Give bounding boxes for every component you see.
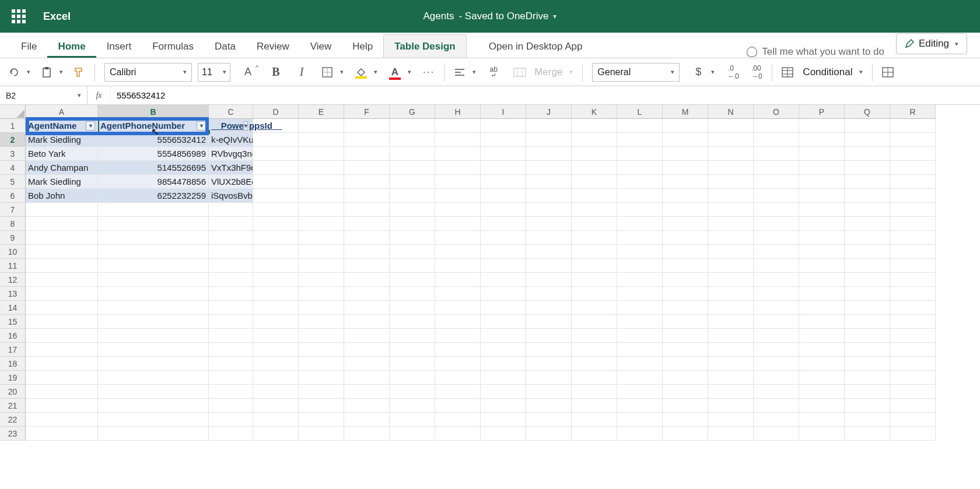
cell[interactable] [799,329,845,343]
cell[interactable] [708,301,754,315]
cell[interactable] [481,315,526,329]
chevron-down-icon[interactable]: ▾ [374,68,377,76]
cell[interactable] [390,329,435,343]
cell[interactable] [209,371,253,385]
select-all-corner[interactable] [0,105,26,119]
cell[interactable] [526,301,572,315]
row-header[interactable]: 20 [0,385,26,399]
cell[interactable] [845,287,890,301]
cell[interactable] [390,287,435,301]
cell[interactable] [435,273,481,287]
cell[interactable] [98,273,209,287]
cell[interactable] [754,133,799,147]
cell[interactable]: AgentPhoneNumber▾ [98,119,209,133]
cell[interactable] [617,371,663,385]
cell[interactable] [26,315,98,329]
col-header[interactable]: P [799,105,845,119]
col-header[interactable]: H [435,105,481,119]
cell[interactable] [390,119,435,133]
cell[interactable] [799,161,845,175]
cell[interactable] [663,343,708,357]
row-header[interactable]: 9 [0,231,26,245]
chevron-down-icon[interactable]: ▾ [408,68,411,76]
cell[interactable] [435,231,481,245]
cell[interactable] [890,273,936,287]
cell[interactable] [617,259,663,273]
cell[interactable] [253,385,299,399]
row-header[interactable]: 19 [0,371,26,385]
cell[interactable] [390,357,435,371]
cell[interactable] [435,357,481,371]
cell[interactable] [344,273,390,287]
cell[interactable] [344,161,390,175]
cell[interactable] [890,147,936,161]
app-launcher-icon[interactable] [12,9,26,23]
cell[interactable] [26,329,98,343]
cell[interactable] [799,413,845,427]
cell[interactable] [663,245,708,259]
cell[interactable] [390,175,435,189]
editing-mode-button[interactable]: Editing ▾ [896,33,967,54]
cell[interactable] [26,245,98,259]
cell[interactable] [435,161,481,175]
cell[interactable] [299,399,344,413]
cell[interactable] [98,203,209,217]
cell[interactable] [572,343,617,357]
cell[interactable] [299,161,344,175]
cell[interactable] [98,287,209,301]
cell[interactable] [98,301,209,315]
cell[interactable]: VlUX2b8EeSk [209,175,253,189]
fill-color-button[interactable] [355,68,367,77]
cell[interactable] [663,119,708,133]
cell[interactable] [299,371,344,385]
cell[interactable] [253,189,299,203]
cell[interactable] [754,273,799,287]
cell[interactable] [253,371,299,385]
cell[interactable] [617,231,663,245]
cell[interactable] [209,343,253,357]
cell[interactable] [253,133,299,147]
cell[interactable] [481,245,526,259]
cell[interactable] [526,133,572,147]
cell[interactable] [663,371,708,385]
cell[interactable] [663,147,708,161]
cell[interactable] [299,315,344,329]
col-header[interactable]: B [98,105,209,119]
row-header[interactable]: 3 [0,147,26,161]
cell[interactable] [344,231,390,245]
cell[interactable] [663,203,708,217]
cell[interactable] [890,371,936,385]
cell[interactable] [526,147,572,161]
cell[interactable] [617,119,663,133]
cell[interactable] [209,259,253,273]
cell[interactable] [708,189,754,203]
cell[interactable] [890,329,936,343]
cell[interactable] [526,287,572,301]
cell[interactable] [26,427,98,441]
col-header[interactable]: R [890,105,936,119]
cell[interactable] [708,315,754,329]
cell[interactable] [799,399,845,413]
chevron-down-icon[interactable]: ▾ [340,68,344,76]
cell[interactable] [481,175,526,189]
cell[interactable] [253,273,299,287]
cell[interactable] [663,385,708,399]
cell[interactable] [299,147,344,161]
cell[interactable] [390,203,435,217]
cell[interactable] [344,147,390,161]
cell[interactable] [344,203,390,217]
cell[interactable] [98,371,209,385]
cell[interactable] [708,231,754,245]
tell-me-search[interactable]: Tell me what you want to do [737,46,894,58]
cell[interactable] [481,231,526,245]
cell[interactable] [253,259,299,273]
cell[interactable] [754,329,799,343]
cell[interactable] [663,315,708,329]
cell[interactable] [209,231,253,245]
cell[interactable] [344,371,390,385]
cell[interactable] [799,119,845,133]
cell[interactable] [890,161,936,175]
cell[interactable] [799,231,845,245]
cell[interactable] [708,413,754,427]
cell[interactable] [754,427,799,441]
